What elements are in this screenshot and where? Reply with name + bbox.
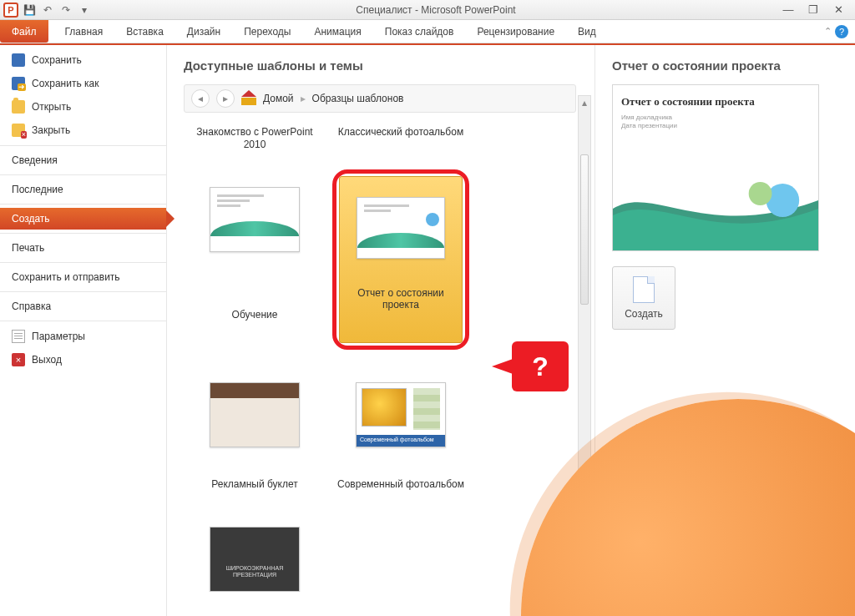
qat-dropdown-icon[interactable]: ▾ [77,3,92,18]
templates-heading: Доступные шаблоны и темы [184,58,594,73]
tab-animation[interactable]: Анимация [302,20,372,43]
sidebar-print[interactable]: Печать [0,237,166,259]
template-label: Отчет о состоянии проекта [345,287,457,311]
redo-icon[interactable]: ↷ [58,3,73,18]
sidebar-recent[interactable]: Последние [0,179,166,200]
restore-button[interactable]: ❐ [805,3,822,17]
preview-slide: Отчет о состоянии проекта Имя докладчика… [612,84,819,251]
tab-home[interactable]: Главная [53,20,115,43]
preview-slide-subtitle: Имя докладчика Дата презентации [621,114,810,131]
sidebar-options-label: Параметры [32,331,85,342]
sidebar-options[interactable]: Параметры [0,325,166,348]
sidebar-save-as-label: Сохранить как [32,78,99,89]
ribbon-minimize-icon[interactable]: ⌃ [824,26,832,37]
scroll-down-icon[interactable]: ▾ [579,595,590,608]
template-thumbnail: ШИРОКОЭКРАННАЯПРЕЗЕНТАЦИЯ [210,527,300,592]
minimize-button[interactable]: ― [780,3,797,17]
exit-icon: × [12,353,25,366]
home-icon[interactable] [241,92,256,105]
sidebar-open[interactable]: Открыть [0,95,166,119]
sidebar-open-label: Открыть [32,101,71,113]
folder-close-icon [12,124,25,137]
backstage-sidebar: Сохранить Сохранить как Открыть Закрыть … [0,45,167,616]
vertical-scrollbar[interactable]: ▴ ▾ [578,95,591,609]
thumb-caption: Современный фотоальбом [357,435,445,447]
tab-insert[interactable]: Вставка [114,20,175,43]
sidebar-info[interactable]: Сведения [0,149,166,171]
close-button[interactable]: ✕ [830,3,847,17]
template-label: Современный фотоальбом [326,477,476,497]
save-icon[interactable]: 💾 [22,3,37,18]
breadcrumb-current[interactable]: Образцы шаблонов [312,93,404,104]
tab-transitions[interactable]: Переходы [232,20,302,43]
sidebar-share[interactable]: Сохранить и отправить [0,266,166,288]
template-item-status-report-selected[interactable]: Отчет о состоянии проекта [326,161,476,353]
folder-open-icon [12,100,25,114]
sidebar-info-label: Сведения [12,154,58,166]
template-item-widescreen[interactable]: ШИРОКОЭКРАННАЯПРЕЗЕНТАЦИЯ [210,527,300,592]
scroll-thumb[interactable] [580,154,589,305]
sidebar-save-as[interactable]: Сохранить как [0,72,166,95]
preview-title: Отчет о состоянии проекта [612,58,840,73]
quick-access-toolbar: P 💾 ↶ ↷ ▾ [0,3,92,18]
create-button-label: Создать [625,308,663,320]
sidebar-exit[interactable]: ×Выход [0,348,166,371]
sidebar-print-label: Печать [12,242,44,254]
app-icon[interactable]: P [3,3,18,18]
tab-review[interactable]: Рецензирование [465,20,566,43]
template-label: Классический фотоальбом [326,124,476,158]
template-label: Обучение [184,307,326,354]
svg-point-1 [749,182,772,205]
template-label: Знакомство с PowerPoint 2010 [184,124,326,158]
svg-point-0 [766,184,800,217]
breadcrumb-separator-icon: ▸ [301,93,306,104]
templates-panel: Доступные шаблоны и темы ◂ ▸ Домой ▸ Обр… [167,45,594,616]
save-icon [12,53,25,67]
breadcrumb-bar: ◂ ▸ Домой ▸ Образцы шаблонов [184,84,576,113]
help-icon[interactable]: ? [835,25,848,38]
callout-text: ? [532,351,549,382]
tab-view[interactable]: Вид [566,20,608,43]
template-thumbnail: Современный фотоальбом [356,382,446,447]
sidebar-new[interactable]: Создать [0,208,166,230]
annotation-callout: ? [512,341,569,391]
breadcrumb-home[interactable]: Домой [263,93,294,104]
sidebar-close-label: Закрыть [32,124,70,136]
template-item-obuchenie[interactable] [210,187,300,252]
template-thumbnail [210,382,300,447]
nav-forward-button[interactable]: ▸ [216,89,235,108]
template-item-modern-album[interactable]: Современный фотоальбом [356,382,446,447]
sidebar-close[interactable]: Закрыть [0,119,166,142]
preview-panel: Отчет о состоянии проекта Отчет о состоя… [594,45,855,616]
sidebar-help[interactable]: Справка [0,295,166,317]
nav-back-button[interactable]: ◂ [191,89,210,108]
sidebar-new-label: Создать [12,213,50,225]
create-button[interactable]: Создать [612,266,675,330]
ribbon-tabs: Файл Главная Вставка Дизайн Переходы Ани… [0,20,855,43]
tab-file[interactable]: Файл [0,20,48,43]
template-thumbnail [357,197,445,259]
title-bar: P 💾 ↶ ↷ ▾ Специалист - Microsoft PowerPo… [0,0,855,20]
sidebar-recent-label: Последние [12,184,63,195]
template-item-brochure[interactable] [210,382,300,447]
sidebar-save-label: Сохранить [32,54,82,66]
document-icon [633,276,655,303]
sidebar-help-label: Справка [12,300,51,312]
scroll-up-icon[interactable]: ▴ [579,96,590,109]
template-thumbnail [210,187,300,252]
sidebar-save[interactable]: Сохранить [0,48,166,72]
template-label: Рекламный буклет [184,477,326,497]
undo-icon[interactable]: ↶ [40,3,55,18]
options-icon [12,330,25,343]
sidebar-exit-label: Выход [32,354,62,366]
preview-slide-title: Отчет о состоянии проекта [621,95,810,109]
save-as-icon [12,77,25,90]
tab-slideshow[interactable]: Показ слайдов [373,20,466,43]
window-title: Специалист - Microsoft PowerPoint [92,4,780,16]
wave-graphic [613,175,818,250]
sidebar-share-label: Сохранить и отправить [12,271,120,283]
tab-design[interactable]: Дизайн [175,20,232,43]
